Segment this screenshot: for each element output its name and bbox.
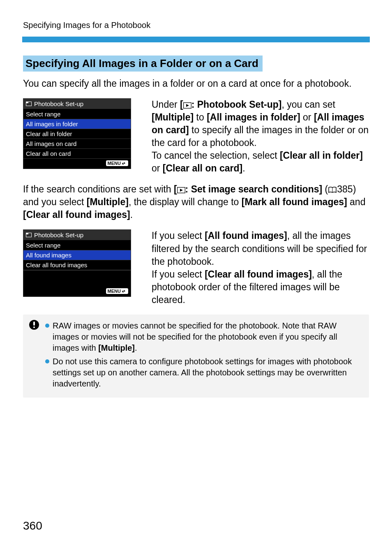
svg-point-11 <box>33 326 35 328</box>
divider-bar <box>22 37 370 42</box>
photobook-icon <box>26 233 32 237</box>
page-ref-icon <box>328 187 337 193</box>
camera-screen-2: Photobook Set-up Select rangeAll found i… <box>23 229 131 306</box>
sim-menu-item[interactable]: Clear all on card <box>23 149 131 159</box>
caution-list: RAW images or movies cannot be specified… <box>45 320 363 392</box>
paragraph-2: If the search conditions are set with [:… <box>23 183 369 221</box>
sim-menu-item[interactable]: All images on card <box>23 139 131 149</box>
section-title: Specifying All Images in a Folder or on … <box>23 56 263 72</box>
caution-item: RAW images or movies cannot be specified… <box>45 320 363 354</box>
sim1-title: Photobook Set-up <box>34 100 83 107</box>
sim-menu-item[interactable]: All found images <box>23 250 131 260</box>
sim2-title: Photobook Set-up <box>34 231 83 238</box>
menu-return-button[interactable]: MENU <box>106 160 128 166</box>
menu-label: MENU <box>108 160 121 166</box>
breadcrumb: Specifying Images for a Photobook <box>23 21 369 30</box>
return-icon <box>122 161 127 165</box>
row-2: Photobook Set-up Select rangeAll found i… <box>23 229 369 306</box>
sim2-header: Photobook Set-up <box>23 230 131 241</box>
sim-menu-item[interactable]: Clear all in folder <box>23 129 131 139</box>
sim-menu-item[interactable]: All images in folder <box>23 119 131 129</box>
photobook-icon <box>26 102 32 106</box>
caution-box: RAW images or movies cannot be specified… <box>23 315 369 398</box>
row-1: Photobook Set-up Select rangeAll images … <box>23 98 369 175</box>
intro-text: You can specify all the images in a fold… <box>23 77 369 90</box>
playback-icon <box>183 102 191 109</box>
page-number: 360 <box>23 519 42 532</box>
sim-menu-item[interactable]: Select range <box>23 241 131 250</box>
svg-rect-2 <box>26 102 28 103</box>
return-icon <box>122 289 127 293</box>
caution-item: Do not use this camera to configure phot… <box>45 356 363 389</box>
svg-rect-10 <box>33 322 35 326</box>
menu-return-button[interactable]: MENU <box>106 288 128 294</box>
sim1-header: Photobook Set-up <box>23 99 131 109</box>
playback-icon <box>177 187 185 193</box>
camera-screen-1: Photobook Set-up Select rangeAll images … <box>23 98 131 175</box>
svg-rect-8 <box>26 233 28 234</box>
sim-menu-item[interactable]: Clear all found images <box>23 260 131 270</box>
sim-menu-item[interactable]: Select range <box>23 109 131 119</box>
caution-icon <box>29 319 39 392</box>
menu-label: MENU <box>108 288 121 294</box>
paragraph-3: If you select [All found images], all th… <box>152 229 369 306</box>
paragraph-1: Under [: Photobook Set-up], you can set … <box>152 98 369 175</box>
